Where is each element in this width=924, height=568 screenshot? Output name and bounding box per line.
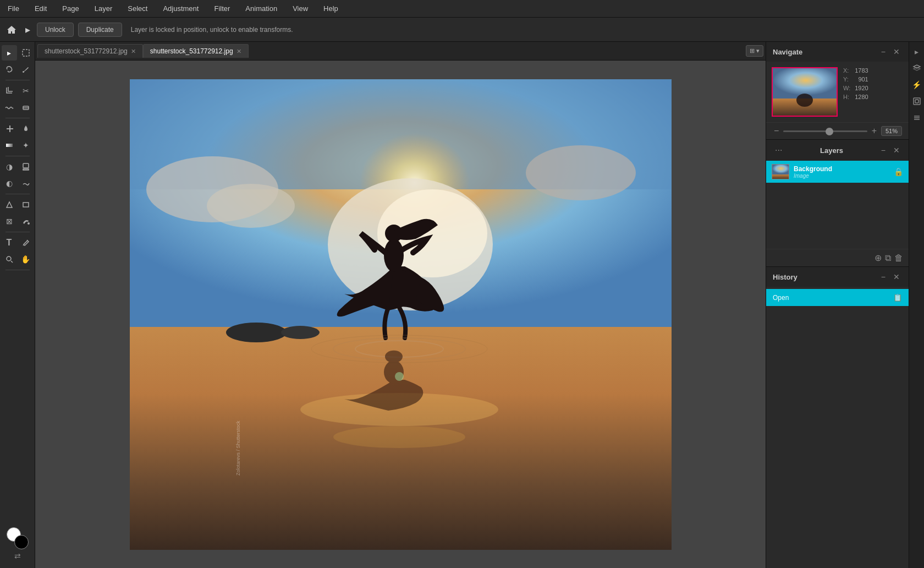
svg-rect-35 [772,174,789,179]
zoom-tool[interactable] [2,252,17,267]
tab-1[interactable]: shutterstock_531772912.jpg ✕ [37,44,143,58]
menu-view[interactable]: View [289,2,311,15]
wave-tool[interactable] [2,100,17,115]
menu-adjustment[interactable]: Adjustment [160,2,202,15]
h-value: 1280 [855,94,868,100]
stamp-tool[interactable] [18,159,34,174]
background-color[interactable] [14,535,29,549]
navigate-close[interactable]: ✕ [891,46,902,57]
svg-point-33 [796,94,813,107]
far-right-frame-icon[interactable] [910,95,923,108]
menu-file[interactable]: File [4,2,23,15]
history-panel: History − ✕ Open 📋 [766,267,909,568]
menu-help[interactable]: Help [320,2,342,15]
zoom-minus-button[interactable]: − [773,126,780,136]
healing-tool[interactable] [2,121,17,136]
brush-tool[interactable] [18,62,34,77]
zoom-plus-button[interactable]: + [871,126,878,136]
far-right-list-icon[interactable] [910,111,923,124]
svg-point-21 [281,326,320,339]
svg-rect-36 [914,98,920,105]
toolbar-message: Layer is locked in position, unlock to e… [131,26,293,34]
marquee-tool[interactable] [18,45,34,61]
svg-rect-0 [23,50,29,56]
swap-colors[interactable]: ⇄ [14,551,21,560]
w-label: W: [843,85,850,91]
pattern-tool[interactable]: ✦ [18,138,34,153]
lasso-tool[interactable] [2,62,17,77]
nav-preview-image [773,68,837,116]
layers-close[interactable]: ✕ [891,145,902,156]
layer-lock-icon[interactable]: 🔒 [894,167,903,176]
vector-tool[interactable] [2,197,17,212]
menu-page[interactable]: Page [59,2,82,15]
zoom-bar: − + 51% [766,122,909,139]
burn-dodge-tool[interactable]: ◐ [2,176,17,191]
canvas-wrapper[interactable]: Zolotarevs / Shutterstock [35,61,766,568]
layers-menu-btn[interactable]: ··· [773,144,784,156]
svg-rect-6 [23,203,29,207]
eraser-tool[interactable] [18,100,34,115]
svg-point-13 [207,184,295,228]
history-minimize[interactable]: − [879,271,888,282]
navigate-controls: − ✕ [879,46,902,57]
svg-point-22 [384,239,404,272]
menu-bar: File Edit Page Layer Select Adjustment F… [0,0,924,18]
nav-preview [772,67,838,117]
layers-minimize[interactable]: − [879,145,888,156]
svg-point-1 [23,71,24,73]
delete-layer-button[interactable]: 🗑 [894,253,903,263]
zoom-value[interactable]: 51% [881,126,902,136]
menu-layer[interactable]: Layer [91,2,116,15]
svg-rect-34 [772,165,789,174]
layer-item-background[interactable]: Background Image 🔒 [766,161,909,183]
far-right-arrow-icon[interactable]: ▸ [912,45,921,58]
menu-animation[interactable]: Animation [242,2,280,15]
menu-edit[interactable]: Edit [31,2,50,15]
smudge-tool[interactable] [18,176,34,191]
navigate-minimize[interactable]: − [879,46,888,57]
gradient-tool[interactable] [2,138,17,153]
fill-tool[interactable] [18,214,34,229]
add-layer-button[interactable]: ⊕ [875,253,882,263]
eyedropper-tool[interactable] [18,235,34,250]
y-value: 901 [858,76,868,83]
far-right-layers-icon[interactable] [910,62,923,75]
rectangle-tool[interactable] [18,197,34,212]
history-close[interactable]: ✕ [891,271,902,282]
nav-coords: X: 1783 Y: 901 W: 1920 H: 1280 [843,67,868,117]
pan-tool[interactable]: ✋ [18,252,34,267]
navigate-header: Navigate − ✕ [766,42,909,62]
home-button[interactable] [4,23,19,37]
tab-1-close[interactable]: ✕ [131,48,136,55]
canvas-image: Zolotarevs / Shutterstock [130,79,672,550]
select-tool[interactable]: ▸ [2,45,17,61]
zoom-slider[interactable] [783,130,867,132]
drop-tool[interactable] [18,121,34,136]
menu-select[interactable]: Select [124,2,151,15]
unlock-button[interactable]: Unlock [37,23,74,37]
crop-tool[interactable] [2,83,17,99]
duplicate-layer-button[interactable]: ⧉ [885,253,891,263]
menu-filter[interactable]: Filter [211,2,233,15]
tab-2-close[interactable]: ✕ [237,48,241,55]
layer-info: Background Image [794,165,889,179]
zoom-thumb[interactable] [826,128,833,135]
history-content: Open 📋 [766,287,909,568]
layers-panel: ··· Layers − ✕ [766,140,909,267]
duplicate-button[interactable]: Duplicate [78,23,122,37]
tab-2[interactable]: shutterstock_531772912.jpg ✕ [143,44,249,58]
navigate-content: X: 1783 Y: 901 W: 1920 H: 1280 [766,62,909,122]
text-tool[interactable]: T [2,235,17,250]
svg-point-14 [526,145,636,200]
burn-tool[interactable]: ◑ [2,159,17,174]
tab-windows-btn[interactable]: ⊞ ▾ [746,45,763,57]
select-tool-button[interactable]: ▸ [23,21,32,38]
layer-actions: ⊕ ⧉ 🗑 [766,249,909,266]
scissors-tool[interactable]: ✂ [18,83,34,99]
x-label: X: [843,67,849,74]
transform-tool[interactable]: ⊠ [2,214,17,229]
far-right-lightning-icon[interactable]: ⚡ [910,78,923,91]
history-item-open[interactable]: Open 📋 [766,289,909,306]
canvas-area: shutterstock_531772912.jpg ✕ shutterstoc… [35,42,766,568]
